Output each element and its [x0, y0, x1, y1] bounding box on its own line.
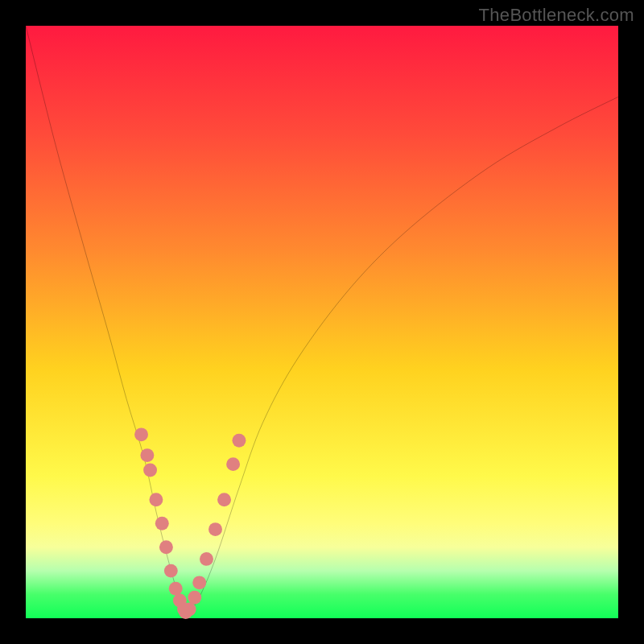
highlight-dot: [159, 540, 173, 554]
watermark-text: TheBottleneck.com: [479, 5, 634, 26]
highlight-dot: [208, 522, 222, 536]
chart-frame: TheBottleneck.com: [0, 0, 644, 644]
highlight-dot: [183, 602, 196, 616]
highlight-dot: [226, 457, 240, 471]
highlight-dot: [143, 464, 157, 477]
bottleneck-curve: [26, 26, 618, 613]
highlight-dot: [164, 564, 178, 578]
highlight-dot: [217, 493, 231, 506]
highlight-dot: [155, 517, 169, 530]
highlighted-points-group: [134, 427, 246, 619]
highlight-dot: [140, 448, 154, 462]
highlight-dot: [232, 434, 246, 448]
highlight-dot: [200, 552, 213, 566]
highlight-dot: [192, 576, 206, 589]
curve-layer: [26, 26, 618, 618]
highlight-dot: [169, 582, 183, 596]
plot-area: [26, 26, 618, 618]
highlight-dot: [134, 427, 148, 441]
highlight-dot: [188, 591, 201, 605]
highlight-dot: [149, 493, 163, 506]
